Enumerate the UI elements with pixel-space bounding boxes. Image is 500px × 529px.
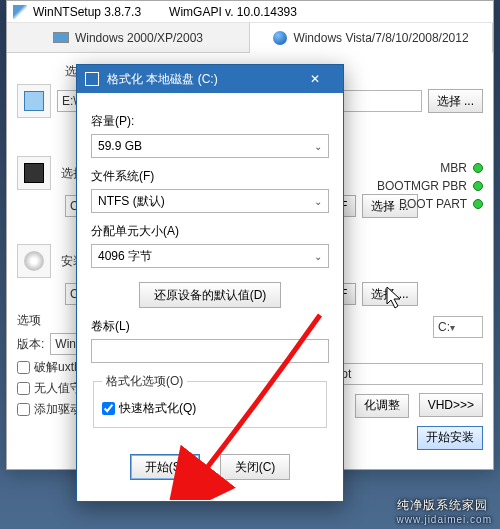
restore-defaults-button[interactable]: 还原设备的默认值(D)	[139, 282, 282, 308]
tune-button[interactable]: 化调整	[355, 394, 409, 418]
source-browse-button[interactable]: 选择 ...	[428, 89, 483, 113]
main-titlebar: WinNTSetup 3.8.7.3 WimGAPI v. 10.0.14393	[7, 1, 493, 23]
allocunit-select[interactable]: 4096 字节⌄	[91, 244, 329, 268]
app-icon	[13, 5, 27, 19]
volume-label-input[interactable]	[91, 339, 329, 363]
adddrv-label: 添加驱动	[34, 401, 82, 418]
bootmgr-label: BOOTMGR PBR	[377, 179, 467, 193]
format-dialog: 格式化 本地磁盘 (C:) ✕ 容量(P): 59.9 GB⌄ 文件系统(F) …	[76, 64, 344, 502]
boot-status: MBR BOOTMGR PBR BOOT PART	[363, 161, 483, 215]
format-title: 格式化 本地磁盘 (C:)	[107, 71, 218, 88]
chevron-down-icon: ⌄	[314, 196, 322, 207]
drive-icon	[85, 72, 99, 86]
quick-format-label: 快速格式化(Q)	[119, 400, 196, 417]
vhd-button[interactable]: VHD >>>	[419, 393, 483, 417]
tab-legacy[interactable]: Windows 2000/XP/2003	[7, 23, 250, 52]
unattend-checkbox[interactable]	[17, 382, 30, 395]
volume-label-label: 卷标(L)	[91, 318, 329, 335]
tab-bar: Windows 2000/XP/2003 Windows Vista/7/8/1…	[7, 23, 493, 53]
capacity-select[interactable]: 59.9 GB⌄	[91, 134, 329, 158]
bootpart-led-icon	[473, 199, 483, 209]
format-options-group: 格式化选项(O) 快速格式化(Q)	[93, 373, 327, 428]
adddrv-checkbox[interactable]	[17, 403, 30, 416]
app-title: WinNTSetup 3.8.7.3	[33, 5, 141, 19]
drive-letter-select[interactable]: C:▾	[433, 316, 483, 338]
floppy-icon	[17, 156, 51, 190]
allocunit-label: 分配单元大小(A)	[91, 223, 329, 240]
format-titlebar[interactable]: 格式化 本地磁盘 (C:) ✕	[77, 65, 343, 93]
chevron-down-icon: ⌄	[314, 251, 322, 262]
filesystem-select[interactable]: NTFS (默认)⌄	[91, 189, 329, 213]
quick-format-checkbox[interactable]	[102, 402, 115, 415]
disk-icon	[17, 84, 51, 118]
api-version: WimGAPI v. 10.0.14393	[169, 5, 297, 19]
chevron-down-icon: ⌄	[314, 141, 322, 152]
bootpart-label: BOOT PART	[399, 197, 467, 211]
winorb-icon	[273, 31, 287, 45]
filesystem-label: 文件系统(F)	[91, 168, 329, 185]
format-options-legend: 格式化选项(O)	[102, 373, 187, 390]
version-label: 版本:	[17, 336, 44, 353]
close-format-button[interactable]: 关闭(C)	[220, 454, 291, 480]
start-install-button[interactable]: 开始安装	[417, 426, 483, 450]
mbr-label: MBR	[440, 161, 467, 175]
install-browse-button[interactable]: 选择 ...	[362, 282, 417, 306]
capacity-label: 容量(P):	[91, 113, 329, 130]
tab-modern-label: Windows Vista/7/8/10/2008/2012	[293, 31, 468, 45]
crack-checkbox[interactable]	[17, 361, 30, 374]
watermark-url: www.jidaimei.com	[397, 514, 492, 525]
start-format-button[interactable]: 开始(S)	[130, 454, 200, 480]
bootmgr-led-icon	[473, 181, 483, 191]
tab-legacy-label: Windows 2000/XP/2003	[75, 31, 203, 45]
mbr-led-icon	[473, 163, 483, 173]
tab-modern[interactable]: Windows Vista/7/8/10/2008/2012	[250, 23, 493, 53]
unattend-label: 无人值守	[34, 380, 82, 397]
watermark: 纯净版系统家园 www.jidaimei.com	[397, 495, 492, 525]
watermark-brand: 纯净版系统家园	[397, 498, 488, 512]
cd-icon	[17, 244, 51, 278]
winxp-icon	[53, 32, 69, 43]
close-icon[interactable]: ✕	[295, 65, 335, 93]
